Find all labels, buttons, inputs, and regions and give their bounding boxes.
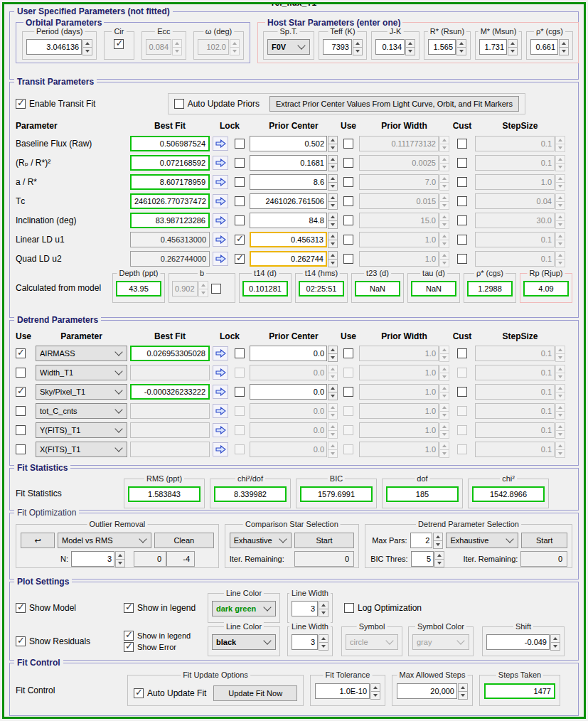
mstar-spinner[interactable]: 1.731 [479,39,518,55]
spin-down-button[interactable] [319,642,328,651]
transfer-value-button[interactable] [213,346,228,360]
detrend-param-combo[interactable]: tot_C_cnts [36,403,127,419]
circular-orbit-checkbox[interactable] [114,39,124,49]
lock-checkbox[interactable] [235,235,245,245]
detrend-cust-checkbox[interactable] [457,348,467,358]
transfer-value-button[interactable] [213,156,228,170]
lock-checkbox[interactable] [235,196,245,206]
detrend-method-combo[interactable]: Exhaustive [446,533,518,548]
spin-down-button[interactable] [559,47,569,55]
prior-center-spinner[interactable]: 0.502 [250,136,338,151]
clean-button[interactable]: Clean [154,533,214,548]
spin-down-button[interactable] [550,642,560,651]
transfer-value-button[interactable] [213,233,228,247]
spin-down-button[interactable] [434,559,444,567]
cust-stepsize-checkbox[interactable] [457,235,467,245]
log-optimization-checkbox[interactable] [344,603,354,613]
spin-down-button[interactable] [370,691,380,700]
detrend-use-prior-checkbox[interactable] [343,348,353,358]
detrend-use-checkbox[interactable] [16,368,26,378]
prior-center-spinner[interactable]: 0.456313 [250,232,338,247]
rho-star-spinner[interactable]: 0.661 [530,39,569,55]
transfer-value-button[interactable] [213,385,228,399]
detrend-param-combo[interactable]: X(FITS)_T1 [36,442,127,457]
auto-update-fit-checkbox[interactable] [134,688,144,698]
rstar-spinner[interactable]: 1.565 [428,39,466,55]
show-error-checkbox[interactable] [124,642,134,652]
detrend-lock-checkbox[interactable] [235,348,245,358]
spin-down-button[interactable] [328,220,338,229]
period-spinner[interactable]: 3.046136 [26,39,92,55]
spin-down-button[interactable] [328,353,338,362]
model-line-width-spinner[interactable]: 3 [292,601,328,616]
max-pars-spinner[interactable]: 2 [410,533,444,548]
lock-checkbox[interactable] [235,215,245,225]
detrend-prior-center-spinner[interactable]: 0.0 [250,384,338,400]
detrend-use-prior-checkbox[interactable] [343,387,353,397]
transfer-value-button[interactable] [213,365,228,380]
spin-down-button[interactable] [328,259,338,267]
update-fit-now-button[interactable]: Update Fit Now [213,685,297,701]
detrend-use-checkbox[interactable] [16,406,26,416]
transfer-value-button[interactable] [213,404,228,418]
cust-stepsize-checkbox[interactable] [457,254,467,264]
detrend-use-checkbox[interactable] [16,444,26,454]
use-prior-checkbox[interactable] [343,254,353,264]
cust-stepsize-checkbox[interactable] [457,139,467,149]
detrend-param-combo[interactable]: AIRMASS [36,346,127,361]
residuals-shift-spinner[interactable]: -0.049 [486,634,560,650]
prior-center-spinner[interactable]: 8.6 [250,174,338,190]
spin-down-button[interactable] [328,201,338,210]
transfer-value-button[interactable] [213,194,228,208]
lock-checkbox[interactable] [235,254,245,264]
prior-center-spinner[interactable]: 0.262744 [250,251,338,267]
detrend-use-checkbox[interactable] [16,348,26,358]
spin-down-button[interactable] [82,47,92,55]
j-k-spinner[interactable]: 0.134 [375,39,415,55]
detrend-cust-checkbox[interactable] [457,387,467,397]
spin-down-button[interactable] [353,47,363,55]
cust-stepsize-checkbox[interactable] [457,196,467,206]
use-prior-checkbox[interactable] [343,158,353,168]
auto-update-priors-checkbox[interactable] [174,99,184,109]
transfer-value-button[interactable] [213,213,228,228]
prior-center-spinner[interactable]: 2461026.761506 [250,193,338,209]
spin-down-button[interactable] [328,240,338,248]
detrend-param-combo[interactable]: Width_T1 [36,365,127,380]
detrend-prior-center-spinner[interactable]: 0.0 [250,346,338,361]
model-legend-checkbox[interactable] [124,603,134,613]
impact-parameter-checkbox[interactable] [211,284,221,294]
residuals-line-width-spinner[interactable]: 3 [292,634,328,650]
show-model-checkbox[interactable] [16,603,26,613]
comparison-start-button[interactable]: Start [294,533,354,548]
detrend-use-checkbox[interactable] [16,387,26,397]
residuals-line-color-combo[interactable]: black [212,634,276,650]
spin-down-button[interactable] [433,540,443,549]
detrend-lock-checkbox[interactable] [235,387,245,397]
outlier-n-spinner[interactable]: 3 [71,551,125,567]
transfer-value-button[interactable] [213,137,228,151]
spin-down-button[interactable] [328,144,338,152]
transfer-value-button[interactable] [213,175,228,189]
spin-down-button[interactable] [405,47,415,55]
prior-center-spinner[interactable]: 0.1681 [250,155,338,171]
lock-checkbox[interactable] [235,158,245,168]
use-prior-checkbox[interactable] [343,139,353,149]
spin-down-button[interactable] [458,691,468,700]
cust-stepsize-checkbox[interactable] [457,158,467,168]
detrend-param-combo[interactable]: Y(FITS)_T1 [36,422,127,438]
spin-down-button[interactable] [508,47,518,55]
use-prior-checkbox[interactable] [343,215,353,225]
extract-priors-button[interactable]: Extract Prior Center Values From Light C… [269,96,519,112]
spin-down-button[interactable] [319,609,328,617]
bic-thres-spinner[interactable]: 5 [411,551,445,567]
detrend-param-combo[interactable]: Sky/Pixel_T1 [36,384,127,400]
transfer-value-button[interactable] [213,442,228,456]
use-prior-checkbox[interactable] [343,177,353,187]
fit-tolerance-spinner[interactable]: 1.0E-10 [315,683,380,699]
lock-checkbox[interactable] [235,139,245,149]
model-line-color-combo[interactable]: dark green [212,601,276,616]
spin-down-button[interactable] [328,392,338,400]
show-residuals-checkbox[interactable] [16,636,26,646]
spectral-type-combo[interactable]: F0V [267,39,310,55]
